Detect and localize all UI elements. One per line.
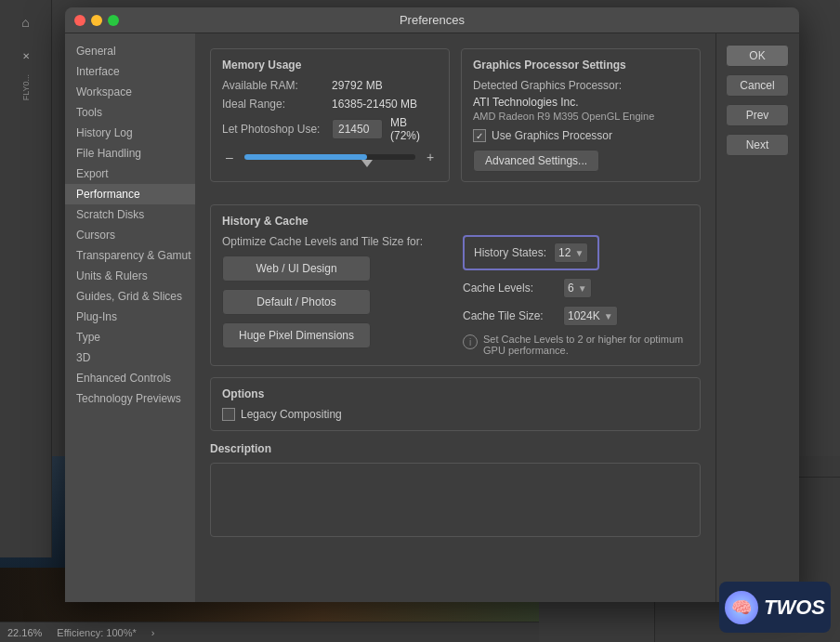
ideal-range-row: Ideal Range: 16385-21450 MB bbox=[222, 98, 438, 111]
sidebar-item-3d[interactable]: 3D bbox=[65, 347, 195, 368]
cache-tile-value: 1024K bbox=[568, 309, 600, 322]
photoshop-use-unit: MB (72%) bbox=[390, 116, 438, 142]
memory-slider-container: – + bbox=[222, 150, 438, 164]
close-tab-icon: ✕ bbox=[11, 41, 41, 71]
description-content bbox=[210, 463, 701, 537]
tab-label: FLY0... bbox=[11, 74, 41, 100]
sidebar-item-interface[interactable]: Interface bbox=[65, 61, 195, 82]
slider-minus[interactable]: – bbox=[222, 150, 237, 164]
ideal-range-label: Ideal Range: bbox=[222, 98, 324, 111]
ps-toolbar: ⌂ ✕ FLY0... bbox=[0, 0, 52, 557]
history-states-select[interactable]: 12 ▼ bbox=[554, 242, 588, 263]
cache-levels-row: Cache Levels: 6 ▼ bbox=[463, 278, 689, 298]
sidebar-item-technology[interactable]: Technology Previews bbox=[65, 388, 195, 409]
gpu-info-row: i Set Cache Levels to 2 or higher for op… bbox=[463, 334, 689, 356]
memory-slider-track[interactable] bbox=[244, 154, 415, 160]
hc-left-panel: Optimize Cache Levels and Tile Size for:… bbox=[222, 235, 448, 356]
sidebar-item-type[interactable]: Type bbox=[65, 327, 195, 347]
let-photoshop-label: Let Photoshop Use: bbox=[222, 123, 324, 136]
sidebar-item-cursors[interactable]: Cursors bbox=[65, 225, 195, 245]
available-ram-row: Available RAM: 29792 MB bbox=[222, 79, 438, 92]
zoom-level: 22.16% bbox=[7, 627, 42, 638]
gpu-vendor: ATI Technologies Inc. bbox=[473, 96, 689, 109]
gpu-info-text: Set Cache Levels to 2 or higher for opti… bbox=[483, 334, 689, 356]
description-title: Description bbox=[210, 442, 701, 455]
huge-pixel-button[interactable]: Huge Pixel Dimensions bbox=[222, 322, 371, 348]
description-container: Description bbox=[210, 442, 701, 537]
sidebar-item-export[interactable]: Export bbox=[65, 164, 195, 184]
sidebar-item-enhanced[interactable]: Enhanced Controls bbox=[65, 368, 195, 388]
history-cache-layout: Optimize Cache Levels and Tile Size for:… bbox=[222, 235, 689, 356]
options-section: Options Legacy Compositing bbox=[210, 377, 701, 431]
use-gpu-checkbox[interactable] bbox=[473, 129, 486, 142]
traffic-lights bbox=[74, 15, 119, 26]
preferences-sidebar: General Interface Workspace Tools Histor… bbox=[65, 33, 195, 602]
sidebar-item-plugins[interactable]: Plug-Ins bbox=[65, 307, 195, 327]
history-states-label: History States: bbox=[474, 246, 546, 259]
cache-levels-select[interactable]: 6 ▼ bbox=[563, 278, 592, 298]
sidebar-item-units[interactable]: Units & Rulers bbox=[65, 266, 195, 286]
detected-label: Detected Graphics Processor: bbox=[473, 79, 689, 92]
history-states-value: 12 bbox=[558, 246, 571, 259]
cache-tile-label: Cache Tile Size: bbox=[463, 309, 556, 322]
available-ram-value: 29792 MB bbox=[332, 79, 383, 92]
twos-text: TWOS bbox=[764, 596, 825, 620]
memory-usage-section: Memory Usage Available RAM: 29792 MB Ide… bbox=[210, 48, 450, 182]
dialog-title: Preferences bbox=[400, 13, 465, 27]
web-ui-design-button[interactable]: Web / UI Design bbox=[222, 255, 371, 282]
slider-plus[interactable]: + bbox=[423, 150, 438, 164]
memory-section-title: Memory Usage bbox=[222, 59, 438, 72]
status-bar: 22.16% Efficiency: 100%* › bbox=[0, 622, 539, 642]
main-content-area: Memory Usage Available RAM: 29792 MB Ide… bbox=[195, 33, 715, 602]
optimize-label: Optimize Cache Levels and Tile Size for: bbox=[222, 235, 448, 248]
sidebar-item-file-handling[interactable]: File Handling bbox=[65, 143, 195, 164]
dialog-titlebar: Preferences bbox=[65, 7, 799, 33]
memory-slider-thumb bbox=[361, 160, 373, 167]
efficiency-display: Efficiency: 100%* bbox=[57, 627, 136, 638]
ok-button[interactable]: OK bbox=[726, 45, 789, 67]
sidebar-item-general[interactable]: General bbox=[65, 41, 195, 61]
sidebar-item-workspace[interactable]: Workspace bbox=[65, 82, 195, 102]
photoshop-use-input[interactable] bbox=[332, 119, 383, 139]
history-states-highlighted: History States: 12 ▼ bbox=[463, 235, 599, 270]
sidebar-item-scratch-disks[interactable]: Scratch Disks bbox=[65, 204, 195, 225]
sidebar-item-transparency[interactable]: Transparency & Gamut bbox=[65, 245, 195, 266]
sidebar-item-history-log[interactable]: History Log bbox=[65, 123, 195, 143]
cache-tile-select[interactable]: 1024K ▼ bbox=[563, 306, 618, 326]
gpu-name: AMD Radeon R9 M395 OpenGL Engine bbox=[473, 111, 689, 122]
home-icon: ⌂ bbox=[11, 7, 41, 37]
legacy-compositing-row: Legacy Compositing bbox=[222, 408, 689, 421]
legacy-compositing-label: Legacy Compositing bbox=[241, 408, 342, 421]
preferences-dialog: Preferences General Interface Workspace … bbox=[65, 7, 799, 602]
available-ram-label: Available RAM: bbox=[222, 79, 324, 92]
default-photos-button[interactable]: Default / Photos bbox=[222, 289, 371, 315]
hc-right-panel: History States: 12 ▼ Cache Levels: 6 ▼ bbox=[463, 235, 689, 356]
options-title: Options bbox=[222, 387, 689, 400]
cache-tile-row: Cache Tile Size: 1024K ▼ bbox=[463, 306, 689, 326]
history-states-arrow: ▼ bbox=[574, 248, 584, 258]
photoshop-use-row: Let Photoshop Use: MB (72%) bbox=[222, 116, 438, 142]
sidebar-item-performance[interactable]: Performance bbox=[65, 184, 195, 204]
advanced-settings-button[interactable]: Advanced Settings... bbox=[473, 150, 599, 172]
cache-levels-value: 6 bbox=[568, 282, 574, 295]
use-gpu-label: Use Graphics Processor bbox=[492, 129, 612, 142]
next-button[interactable]: Next bbox=[726, 134, 789, 156]
cancel-button[interactable]: Cancel bbox=[726, 74, 789, 97]
history-cache-section: History & Cache Optimize Cache Levels an… bbox=[210, 204, 701, 366]
sidebar-item-guides[interactable]: Guides, Grid & Slices bbox=[65, 286, 195, 307]
cache-levels-label: Cache Levels: bbox=[463, 282, 556, 295]
dialog-buttons-panel: OK Cancel Prev Next bbox=[715, 33, 799, 602]
close-button[interactable] bbox=[74, 15, 85, 26]
graphics-section-title: Graphics Processor Settings bbox=[473, 59, 689, 72]
prev-button[interactable]: Prev bbox=[726, 104, 789, 126]
brain-icon: 🧠 bbox=[725, 591, 758, 624]
legacy-compositing-checkbox[interactable] bbox=[222, 408, 235, 421]
sidebar-item-tools[interactable]: Tools bbox=[65, 102, 195, 123]
maximize-button[interactable] bbox=[108, 15, 119, 26]
memory-slider-fill bbox=[244, 154, 367, 160]
history-cache-title: History & Cache bbox=[222, 215, 689, 228]
info-icon: i bbox=[463, 334, 478, 349]
minimize-button[interactable] bbox=[91, 15, 102, 26]
arrow-icon: › bbox=[151, 627, 155, 638]
cache-tile-arrow: ▼ bbox=[604, 311, 613, 321]
